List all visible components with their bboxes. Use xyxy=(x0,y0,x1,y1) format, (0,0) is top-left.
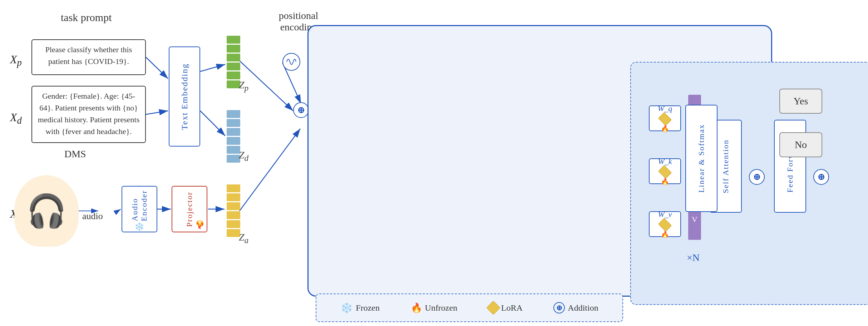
wv-box: W_v 🔥 xyxy=(649,211,681,237)
wq-box: W_q 🔥 xyxy=(649,105,681,131)
add-pos-symbol: ⊕ xyxy=(293,102,309,118)
add-sa-symbol: ⊕ xyxy=(749,169,765,185)
zd-block-5 xyxy=(227,146,240,154)
za-block-6 xyxy=(227,229,240,237)
za-block-5 xyxy=(227,220,240,228)
task-prompt-label: task prompt xyxy=(61,11,112,24)
zp-block-2 xyxy=(227,45,240,53)
xp-label: Xp xyxy=(10,53,22,68)
svg-line-5 xyxy=(200,111,225,136)
za-block-1 xyxy=(227,184,240,192)
wq-label: W_q xyxy=(658,104,672,113)
zd-label: Zd xyxy=(239,149,248,163)
add-ff-symbol: ⊕ xyxy=(813,169,829,185)
zp-label: Zp xyxy=(239,79,248,93)
zd-block-6 xyxy=(227,155,240,163)
wk-fire: 🔥 xyxy=(661,178,669,186)
no-output-box: No xyxy=(779,132,822,157)
za-blocks xyxy=(227,184,240,237)
wv-lora-icon xyxy=(658,218,672,232)
zp-block-5 xyxy=(227,71,240,79)
wq-lora-icon xyxy=(658,112,672,126)
yes-output-box: Yes xyxy=(779,89,822,114)
xd-label: Xd xyxy=(10,111,22,126)
za-block-3 xyxy=(227,202,240,210)
dms-label: DMS xyxy=(64,148,86,160)
xp-text-box: Please classify whether this patient has… xyxy=(31,39,146,75)
zd-blocks xyxy=(227,110,240,163)
wk-lora-icon xyxy=(658,165,672,179)
legend-frozen-label: Frozen xyxy=(356,303,380,313)
no-label: No xyxy=(795,139,807,150)
self-attention-label: Self Attention xyxy=(721,139,730,193)
legend-snowflake-icon: ❄️ xyxy=(340,302,353,314)
legend-addition: ⊕ Addition xyxy=(553,302,598,313)
xn-label: ×N xyxy=(687,252,700,263)
zp-block-3 xyxy=(227,54,240,61)
wk-label: W_k xyxy=(658,157,672,166)
projector-fire-icon: 🔥 xyxy=(195,219,204,229)
projector-label: Projector xyxy=(185,192,194,227)
legend-box: ❄️ Frozen 🔥 Unfrozen LoRA ⊕ Addition xyxy=(316,293,623,322)
text-embedding-box: Text Embedding xyxy=(169,46,200,147)
zd-block-3 xyxy=(227,128,240,136)
wq-fire: 🔥 xyxy=(661,125,669,133)
linear-softmax-box: Linear & Softmax xyxy=(685,105,717,212)
xd-text: Gender: {Female}. Age: {45-64}. Patient … xyxy=(38,92,140,136)
audio-label: audio xyxy=(82,211,103,222)
projector-box: Projector 🔥 xyxy=(172,186,207,232)
linear-softmax-label: Linear & Softmax xyxy=(697,124,706,193)
svg-line-4 xyxy=(200,64,225,71)
svg-line-23 xyxy=(118,209,121,211)
yes-label: Yes xyxy=(794,95,808,107)
transformer-inner-box: W_q 🔥 W_k 🔥 W_v 🔥 xyxy=(630,62,868,305)
legend-lora-icon xyxy=(486,301,500,315)
legend-fire-icon: 🔥 xyxy=(411,302,422,313)
zp-block-1 xyxy=(227,36,240,44)
zd-block-1 xyxy=(227,110,240,118)
legend-add-icon: ⊕ xyxy=(553,302,565,313)
zp-block-4 xyxy=(227,63,240,70)
zp-blocks xyxy=(227,36,240,88)
legend-unfrozen: 🔥 Unfrozen xyxy=(411,302,458,313)
za-block-2 xyxy=(227,193,240,201)
za-block-4 xyxy=(227,211,240,219)
svg-line-3 xyxy=(146,111,168,114)
audio-encoder-frozen-icon: ❄️ xyxy=(135,221,144,232)
zp-block-6 xyxy=(227,80,240,88)
legend-lora: LoRA xyxy=(488,303,523,313)
text-embedding-label: Text Embedding xyxy=(180,63,189,130)
wv-fire: 🔥 xyxy=(661,231,669,238)
audio-encoder-label: Audio Encoder xyxy=(130,187,149,221)
svg-line-9 xyxy=(240,129,300,211)
legend-frozen: ❄️ Frozen xyxy=(340,302,380,314)
wv-label: W_v xyxy=(658,210,672,219)
zd-block-2 xyxy=(227,119,240,127)
wk-box: W_k 🔥 xyxy=(649,158,681,184)
legend-addition-label: Addition xyxy=(568,303,598,313)
diagram-container: task prompt positional encoding Xp Pleas… xyxy=(0,0,868,326)
za-label: Za xyxy=(239,232,248,245)
audio-encoder-box: Audio Encoder ❄️ xyxy=(122,186,157,232)
person-icon: 🎧 xyxy=(26,192,66,230)
legend-unfrozen-label: Unfrozen xyxy=(425,303,458,313)
transformer-outer-box: W_q 🔥 W_k 🔥 W_v 🔥 xyxy=(307,25,772,297)
legend-lora-label: LoRA xyxy=(501,303,523,313)
xd-text-box: Gender: {Female}. Age: {45-64}. Patient … xyxy=(31,86,146,143)
xp-text: Please classify whether this patient has… xyxy=(45,45,132,66)
positional-encoding-symbol xyxy=(282,53,300,71)
svg-line-2 xyxy=(146,57,168,79)
zd-block-4 xyxy=(227,137,240,145)
audio-person-figure: 🎧 xyxy=(14,175,79,247)
